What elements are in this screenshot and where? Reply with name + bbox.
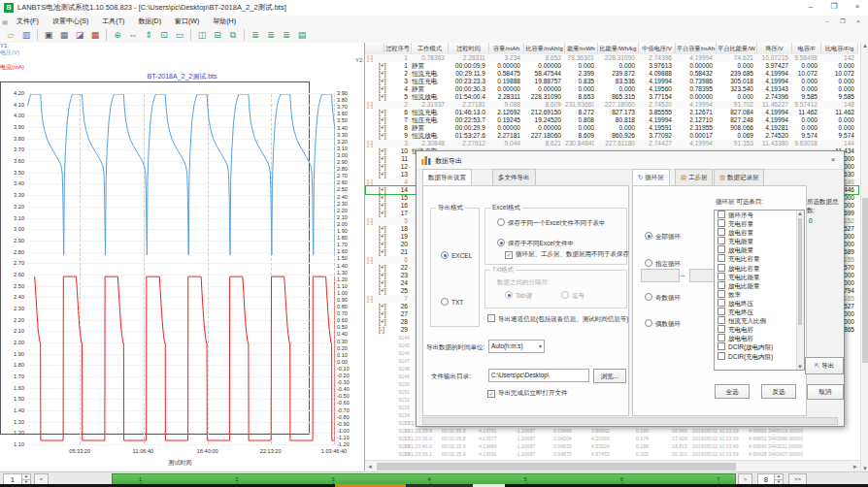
tab-record-layer[interactable]: ▥ 数据记录层	[714, 169, 764, 185]
zoom-fit-icon[interactable]: ⊡	[157, 29, 171, 42]
close-button[interactable]: ×	[847, 0, 868, 14]
dialog-bottom-scrollbar[interactable]	[422, 417, 838, 425]
item-checkbox[interactable]	[718, 254, 725, 262]
table-row[interactable]: [+]7恒压充电00:22:53.70.1924519.245200.80880…	[365, 116, 860, 124]
radio-odd-cycles[interactable]: 奇数循环	[645, 293, 681, 303]
list-2-icon[interactable]: ≣	[264, 29, 278, 42]
tab-cycle-layer[interactable]: ↻ 循环层	[632, 169, 670, 186]
fit-height-icon[interactable]: ⇕	[142, 29, 155, 42]
checkbox-open-after-export[interactable]: ✓导出完成后立即打开文件	[487, 389, 568, 398]
copy-icon[interactable]: ▦	[57, 29, 71, 42]
item-checkbox[interactable]	[718, 299, 725, 307]
item-checkbox[interactable]	[718, 316, 725, 324]
row-expander[interactable]: [-]	[367, 54, 383, 62]
item-checkbox[interactable]	[718, 342, 725, 350]
dialog-close-icon[interactable]: ×	[826, 153, 840, 166]
group-row[interactable]: [-]10.783632.283113.2348.65378.36301228.…	[365, 54, 860, 62]
item-checkbox[interactable]	[718, 273, 725, 280]
column-header[interactable]: 工作模式	[412, 43, 449, 53]
menu-item[interactable]: 数据(D)	[131, 16, 168, 27]
item-checkbox[interactable]	[718, 290, 725, 298]
menu-item[interactable]: 设置中心(S)	[46, 16, 95, 27]
cancel-button[interactable]: 取消	[807, 384, 844, 400]
table-row[interactable]: [+]9恒流放电01:53:27.62.27181227.180608.6098…	[365, 132, 860, 140]
list-3-icon[interactable]: ≣	[280, 29, 293, 42]
cycle-list-item[interactable]: 放电终压	[715, 299, 804, 308]
menu-item[interactable]: 文件(F)	[10, 16, 46, 27]
time-unit-select[interactable]: Auto(h:m:s)▼	[488, 340, 545, 353]
radio-excel[interactable]: EXCEL	[441, 251, 472, 259]
row-expander[interactable]: [-]	[367, 101, 383, 109]
cycle-list-item[interactable]: 充电比能量	[715, 273, 804, 281]
radio-all-cycles[interactable]: 全部循环	[645, 232, 681, 242]
column-header[interactable]: 终压/V	[757, 43, 792, 53]
group-row[interactable]: [-]22.319372.271819.0888.609231.93660227…	[365, 101, 860, 109]
row-expander[interactable]: [-]	[367, 179, 383, 186]
save-icon[interactable]: ▥	[19, 29, 33, 42]
item-checkbox[interactable]	[718, 281, 725, 289]
radio-txt[interactable]: TXT	[441, 298, 463, 306]
item-checkbox[interactable]	[718, 211, 725, 218]
tile-horizontal-icon[interactable]: ⊟	[211, 29, 224, 42]
record-row[interactable]: 91591.01:23:56.100:02:25.94.13391-1.2008…	[365, 450, 860, 458]
table-row[interactable]: [+]4静置00:00:30.30.000000.000000.0000.000…	[365, 85, 860, 93]
column-header[interactable]: 过程时间	[449, 43, 489, 53]
device-icon[interactable]: ▣	[42, 29, 55, 42]
table-row[interactable]: [+]6恒流充电01:46:13.02.12692212.691508.2728…	[365, 109, 860, 116]
mdi-restore-button[interactable]: ❐	[835, 16, 851, 27]
chart-icon[interactable]: ◪	[73, 29, 86, 42]
item-checkbox[interactable]	[718, 308, 725, 315]
item-checkbox[interactable]	[718, 325, 725, 333]
radio-excel-separate-files[interactable]: 保存于不同Excel文件中	[497, 239, 574, 248]
tab-export-settings[interactable]: 数据导出设置	[422, 169, 472, 186]
mdi-close-button[interactable]: ×	[851, 16, 866, 27]
cycle-list-item[interactable]: 放电容量	[715, 228, 804, 237]
select-box-icon[interactable]: ▭	[173, 29, 186, 42]
table-vscrollbar[interactable]: ▲ ▼	[860, 43, 868, 471]
cycle-list-item[interactable]: 放电电容	[715, 334, 804, 342]
menu-item[interactable]: 窗口(W)	[168, 16, 206, 27]
cycle-range-end-input[interactable]	[689, 269, 717, 282]
checkbox-separate-sheets[interactable]: ✓循环层、工步层、数据层用不同子表保存	[505, 250, 629, 259]
item-checkbox[interactable]	[718, 228, 725, 236]
cycle-list-item[interactable]: 恒流充入比例	[715, 316, 804, 325]
radio-tab-key[interactable]: Tab键	[505, 291, 532, 301]
cycle-list-item[interactable]: 效率	[715, 290, 804, 299]
column-header[interactable]: 电容/F	[792, 43, 821, 53]
cycle-list-item[interactable]: 放电能量	[715, 245, 804, 254]
tab-multi-file-export[interactable]: 多文件导出	[492, 169, 536, 185]
cycle-list-item[interactable]: 充电比容量	[715, 254, 804, 263]
column-header[interactable]: 能量/mWh	[565, 43, 598, 53]
table-row[interactable]: [+]3恒压充电00:23:23.30.1988819.887570.83583…	[365, 78, 860, 85]
record-row[interactable]: 91581.01:23:46.000:02:15.94.13484-1.2008…	[365, 442, 860, 450]
row-expander[interactable]: [-]	[367, 256, 383, 264]
item-checkbox[interactable]	[718, 219, 725, 227]
column-header[interactable]: 中值电压/V	[639, 43, 676, 53]
open-icon[interactable]: ▱	[4, 29, 17, 42]
radio-specified-cycles[interactable]: 指定循环	[645, 259, 681, 269]
table-row[interactable]: [+]8静置00:00:29.90.000000.000000.0000.000…	[365, 124, 860, 132]
record-row[interactable]: 91571.01:23:36.000:02:05.84.13577-1.2008…	[365, 435, 860, 442]
cycle-list-item[interactable]: 充电能量	[715, 237, 804, 245]
column-header[interactable]: 比容量/mAh/g	[524, 43, 565, 53]
calendar-icon[interactable]: ▦	[88, 29, 102, 42]
item-checkbox[interactable]	[718, 264, 725, 272]
radio-even-cycles[interactable]: 偶数循环	[645, 319, 681, 329]
axis-icon[interactable]: ⊕	[111, 29, 124, 42]
menu-item[interactable]: 工具(T)	[95, 16, 131, 27]
column-header[interactable]: 容量/mAh	[489, 43, 524, 53]
fit-width-icon[interactable]: ⇔	[126, 29, 140, 42]
minimize-button[interactable]: –	[800, 0, 821, 14]
cycle-list-item[interactable]: 放电比容量	[715, 264, 804, 273]
row-expander[interactable]: [-]	[367, 140, 383, 147]
radio-comma[interactable]: 逗号	[561, 291, 584, 301]
column-header[interactable]	[365, 43, 384, 53]
cycle-list-item[interactable]: DCIR(放电内阻)	[715, 342, 804, 351]
tile-vertical-icon[interactable]: ◫	[195, 29, 209, 42]
table-row[interactable]: [+]5恒流放电01:54:00.42.28311228.310908.6538…	[365, 93, 860, 101]
radio-excel-same-file[interactable]: 保存于同一个Excel文件不同子表中	[497, 218, 605, 228]
mdi-minimize-button[interactable]: –	[819, 16, 835, 27]
column-header[interactable]: 平台容量/mAh	[676, 43, 717, 53]
cycle-list-item[interactable]: DCIR(充电内阻)	[715, 352, 804, 361]
cycle-list-item[interactable]: 充电电容	[715, 325, 804, 334]
